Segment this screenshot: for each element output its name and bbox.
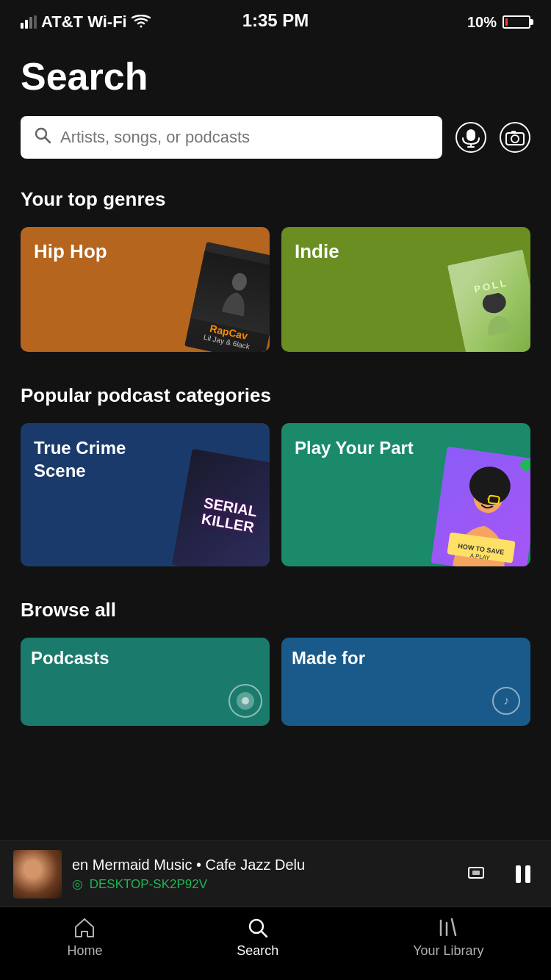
album-art [13,850,62,898]
indie-cover-inner: POLL [447,250,530,352]
genre-card-indie[interactable]: Indie POLL [281,227,530,352]
svg-rect-35 [516,865,521,883]
svg-point-16 [480,290,508,315]
bottom-nav: Home Search Your Library [0,907,551,980]
library-icon [437,917,459,939]
playyourpart-illustration: HOW TO SAVE A PLAY [431,447,530,566]
wifi-icon [132,15,151,29]
now-playing-bar[interactable]: en Mermaid Music • Cafe Jazz Delu ◎ DESK… [0,840,551,907]
nav-label-home: Home [67,943,102,959]
svg-point-14 [231,272,249,292]
genre-card-hiphop[interactable]: Hip Hop RapCav Lil Jay & 6lack [21,227,270,352]
page-title: Search [21,54,530,98]
browse-label-madeforyou: Made for [292,648,365,669]
cast-button[interactable] [466,862,491,887]
podcast-card-playyourpart[interactable]: Play Your Part HOW T [281,423,530,566]
svg-rect-13 [511,131,516,133]
svg-point-12 [511,135,519,143]
battery-percent: 10% [467,14,497,31]
svg-point-18 [467,464,514,508]
svg-rect-36 [525,865,530,883]
browse-card-madeforyou[interactable]: Made for ♪ [281,638,530,726]
podcasts-icon [227,682,264,726]
podcast-categories-title: Popular podcast categories [21,384,530,407]
mic-button[interactable] [455,122,486,153]
svg-rect-34 [472,871,480,875]
carrier-text: AT&T Wi-Fi [41,12,127,32]
camera-button[interactable] [500,122,530,153]
svg-rect-1 [25,20,28,29]
genre-label-indie: Indie [295,240,339,263]
hiphop-cover-art: RapCav Lil Jay & 6lack [184,242,270,352]
status-bar: AT&T Wi-Fi 1:35 PM 10% [0,0,551,40]
nav-item-library[interactable]: Your Library [398,917,498,959]
svg-line-38 [262,932,267,937]
svg-point-30 [242,697,249,705]
battery-fill [505,18,508,26]
svg-line-5 [46,138,51,143]
browse-label-podcasts: Podcasts [31,648,109,669]
camera-icon [500,122,530,153]
status-time: 1:35 PM [242,10,309,31]
nav-label-library: Your Library [413,943,483,959]
nav-item-home[interactable]: Home [52,917,117,959]
signal-icon [21,15,37,29]
svg-text:♪: ♪ [503,694,509,707]
svg-point-27 [519,458,530,472]
genre-grid: Hip Hop RapCav Lil Jay & 6lack Indie POL… [21,227,530,352]
madeforyou-icon: ♪ [488,682,525,726]
genre-label-hiphop: Hip Hop [34,240,107,263]
mic-icon [455,122,486,153]
person-silhouette [215,267,259,318]
carrier-info: AT&T Wi-Fi [21,12,151,32]
now-playing-info: en Mermaid Music • Cafe Jazz Delu ◎ DESK… [72,857,455,892]
now-playing-title: en Mermaid Music • Cafe Jazz Delu [72,857,455,873]
svg-rect-2 [29,17,32,29]
browse-all-title: Browse all [21,599,530,621]
truecrime-cover-art: SERIALKILLER [172,449,270,566]
now-playing-controls [466,860,538,889]
playyourpart-cover-art: HOW TO SAVE A PLAY [431,447,530,566]
search-input-wrapper[interactable] [21,116,442,159]
podcast-label-truecrime: True Crime Scene [34,436,170,482]
svg-line-41 [452,919,455,935]
device-name: DESKTOP-SK2P92V [90,877,207,891]
search-bar-container [21,116,530,159]
now-playing-thumbnail [13,850,62,898]
podcast-card-truecrime[interactable]: True Crime Scene SERIALKILLER [21,423,270,566]
browse-card-podcasts[interactable]: Podcasts [21,638,270,726]
pause-button[interactable] [508,860,538,889]
top-genres-title: Your top genres [21,188,530,211]
svg-point-10 [500,123,530,152]
pause-icon [508,860,538,889]
browse-grid: Podcasts Made for ♪ [21,638,530,726]
nav-item-search[interactable]: Search [222,917,293,959]
indie-cover-art: POLL [447,250,530,352]
main-content: Search [0,40,551,789]
search-nav-icon [247,917,269,939]
battery-info: 10% [467,14,530,31]
search-input[interactable] [60,128,429,147]
svg-rect-7 [467,129,475,141]
cast-icon [466,862,491,887]
indie-person [473,290,521,338]
podcast-label-playyourpart: Play Your Part [295,436,414,459]
speaker-icon: ◎ [72,877,83,891]
now-playing-device: ◎ DESKTOP-SK2P92V [72,876,455,892]
svg-rect-0 [21,23,24,29]
battery-icon [503,15,530,29]
search-icon [34,126,51,148]
podcast-grid: True Crime Scene SERIALKILLER Play Your … [21,423,530,566]
svg-rect-3 [34,15,37,29]
nav-label-search: Search [237,943,278,959]
home-icon [73,917,96,939]
